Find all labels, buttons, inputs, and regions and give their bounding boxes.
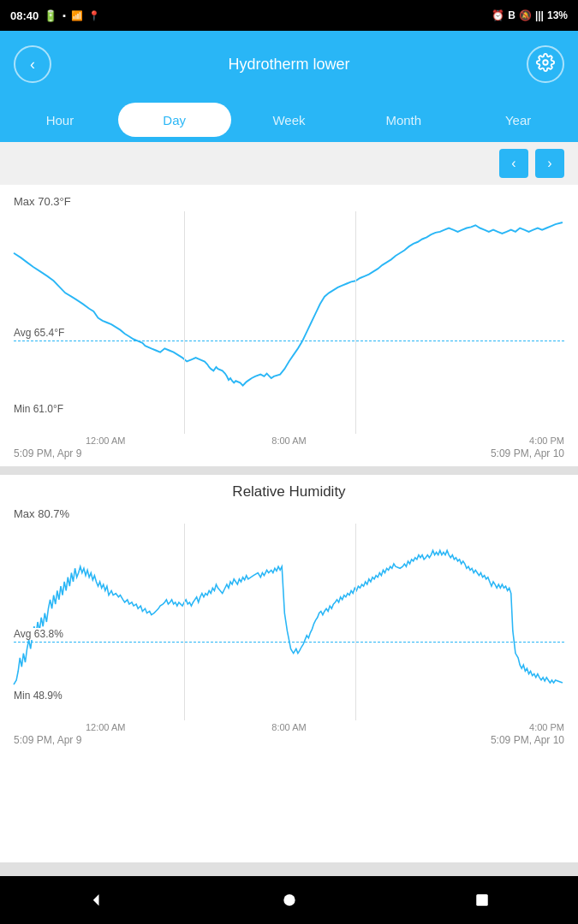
temp-chart-svg bbox=[14, 211, 564, 434]
next-button[interactable]: › bbox=[535, 149, 564, 178]
recent-nav-button[interactable] bbox=[467, 885, 498, 915]
back-button[interactable]: ‹ bbox=[14, 45, 51, 83]
temp-date-start: 5:09 PM, Apr 9 bbox=[14, 447, 81, 459]
date-navigation: ‹ › bbox=[0, 142, 578, 185]
bluetooth-icon: B bbox=[508, 9, 515, 21]
status-time: 08:40 🔋 ▪ 📶 📍 bbox=[10, 9, 100, 22]
grid-line-h1 bbox=[184, 524, 185, 720]
humidity-min-label: Min 48.9% bbox=[14, 690, 63, 702]
temp-chart-wrapper: Avg 65.4°F Min 61.0°F bbox=[14, 211, 564, 434]
chevron-right-icon: › bbox=[547, 156, 551, 171]
temperature-chart-section: Max 70.3°F Avg 65.4°F Min 61.0°F 12:00 A… bbox=[0, 185, 578, 466]
temp-max-label: Max 70.3°F bbox=[14, 195, 564, 208]
humidity-date-row: 5:09 PM, Apr 9 5:09 PM, Apr 10 bbox=[14, 734, 564, 746]
prev-button[interactable]: ‹ bbox=[499, 149, 528, 178]
signal-icon: ||| bbox=[535, 9, 544, 21]
svg-point-0 bbox=[543, 60, 548, 65]
humidity-title: Relative Humidity bbox=[14, 483, 564, 500]
humidity-chart-svg bbox=[14, 524, 564, 720]
location-icon: 📍 bbox=[88, 10, 100, 21]
battery-percent: 13% bbox=[547, 9, 568, 21]
temp-time-2: 8:00 AM bbox=[197, 435, 380, 446]
temp-time-1: 12:00 AM bbox=[14, 435, 197, 446]
temp-time-3: 4:00 PM bbox=[381, 435, 564, 446]
mute-icon: 🔕 bbox=[519, 9, 532, 21]
humidity-time-1: 12:00 AM bbox=[14, 722, 197, 732]
humidity-max-label: Max 80.7% bbox=[14, 507, 564, 520]
temp-time-row: 12:00 AM 8:00 AM 4:00 PM bbox=[14, 435, 564, 446]
bottom-navigation bbox=[0, 876, 578, 924]
back-icon: ‹ bbox=[30, 56, 35, 74]
page-title: Hydrotherm lower bbox=[228, 56, 349, 74]
humidity-chart-wrapper: Avg 63.8% Min 48.9% bbox=[14, 524, 564, 720]
humidity-avg-line bbox=[14, 642, 564, 643]
alarm-icon: ⏰ bbox=[492, 9, 504, 21]
tab-month[interactable]: Month bbox=[347, 103, 460, 137]
battery-icon: 🔋 bbox=[44, 9, 57, 22]
temp-date-row: 5:09 PM, Apr 9 5:09 PM, Apr 10 bbox=[14, 447, 564, 459]
svg-point-2 bbox=[283, 894, 295, 905]
grid-line-h2 bbox=[355, 524, 356, 720]
time-display: 08:40 bbox=[10, 9, 39, 22]
home-nav-button[interactable] bbox=[274, 885, 305, 915]
grid-line-1 bbox=[184, 211, 185, 434]
tab-year[interactable]: Year bbox=[462, 103, 575, 137]
tab-week[interactable]: Week bbox=[233, 103, 346, 137]
temp-avg-label: Avg 65.4°F bbox=[14, 327, 68, 339]
sd-icon: ▪ bbox=[63, 10, 66, 21]
humidity-chart-section: Relative Humidity Max 80.7% Avg 63.8% Mi… bbox=[0, 475, 578, 862]
humidity-time-2: 8:00 AM bbox=[197, 722, 380, 732]
back-nav-button[interactable] bbox=[81, 885, 112, 915]
temp-date-end: 5:09 PM, Apr 10 bbox=[491, 447, 564, 459]
tab-bar: Hour Day Week Month Year bbox=[0, 98, 578, 142]
temp-avg-line bbox=[14, 341, 564, 341]
svg-rect-3 bbox=[476, 894, 488, 906]
bottom-padding bbox=[0, 862, 578, 876]
grid-line-2 bbox=[355, 211, 356, 434]
tab-hour[interactable]: Hour bbox=[3, 103, 116, 137]
status-bar: 08:40 🔋 ▪ 📶 📍 ⏰ B 🔕 ||| 13% bbox=[0, 0, 578, 31]
svg-marker-1 bbox=[92, 894, 98, 905]
humidity-date-start: 5:09 PM, Apr 9 bbox=[14, 734, 81, 746]
gear-icon bbox=[536, 53, 555, 76]
humidity-date-end: 5:09 PM, Apr 10 bbox=[491, 734, 564, 746]
app-container: ‹ Hydrotherm lower Hour Day Week Month Y… bbox=[0, 31, 578, 924]
tab-day[interactable]: Day bbox=[118, 103, 231, 137]
content-area: ‹ › Max 70.3°F Avg 65.4°F Min bbox=[0, 142, 578, 876]
settings-button[interactable] bbox=[527, 45, 564, 83]
humidity-time-row: 12:00 AM 8:00 AM 4:00 PM bbox=[14, 722, 564, 732]
temp-min-label: Min 61.0°F bbox=[14, 403, 63, 415]
section-divider bbox=[0, 466, 578, 475]
humidity-avg-label: Avg 63.8% bbox=[14, 628, 67, 640]
app-header: ‹ Hydrotherm lower bbox=[0, 31, 578, 98]
wifi-icon: 📶 bbox=[71, 10, 83, 21]
status-right: ⏰ B 🔕 ||| 13% bbox=[492, 9, 568, 21]
humidity-time-3: 4:00 PM bbox=[381, 722, 564, 732]
chevron-left-icon: ‹ bbox=[511, 156, 515, 171]
